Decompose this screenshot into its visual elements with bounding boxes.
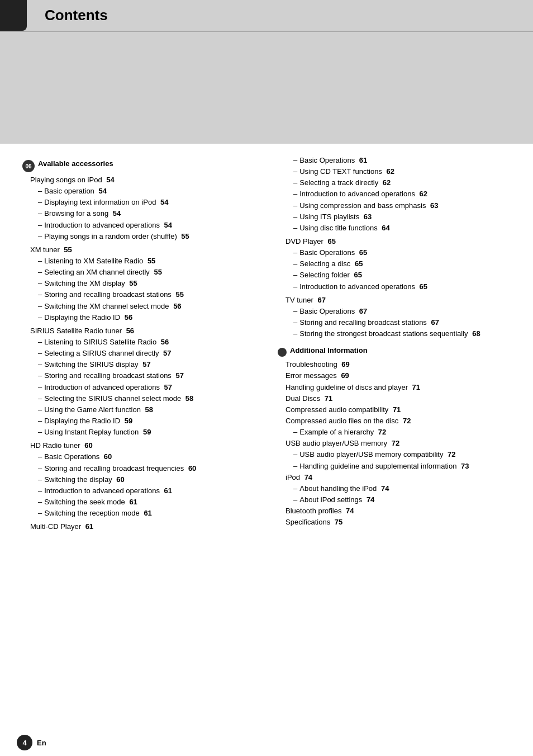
list-item: –Switching the XM display 55 [22,278,255,289]
list-item: –Listening to XM Satellite Radio 55 [22,256,255,267]
list-item: XM tuner 55 [22,244,255,256]
list-item: Handling guideline of discs and player 7… [278,382,511,393]
list-item: Compressed audio files on the disc 72 [278,415,511,427]
list-item: –Using ITS playlists 63 [278,211,511,223]
footer-page-number: 4 [17,735,32,750]
list-item: –Using the Game Alert function 58 [22,404,255,415]
list-item: –Storing and recalling broadcast station… [278,317,511,328]
list-item: –Storing the strongest broadcast station… [278,328,511,339]
list-item: Dual Discs 71 [278,393,511,404]
list-item: iPod 74 [278,472,511,483]
section-icon-filled [278,348,287,357]
list-item: –Storing and recalling broadcast frequen… [22,463,255,474]
list-item: –Basic operation 54 [22,186,255,197]
list-item: USB audio player/USB memory 72 [278,438,511,449]
list-item: –Introduction of advanced operations 57 [22,382,255,393]
list-item: Bluetooth profiles 74 [278,505,511,517]
list-item: –Storing and recalling broadcast station… [22,370,255,381]
list-item: –USB audio player/USB memory compatibili… [278,449,511,460]
list-item: –Handling guideline and supplemental inf… [278,461,511,472]
list-item: –Introduction to advanced operations 54 [22,220,255,231]
list-item: DVD Player 65 [278,236,511,247]
list-item: TV tuner 67 [278,295,511,306]
list-item: –Using compression and bass emphasis 63 [278,200,511,211]
list-item: –Switching the reception mode 61 [22,508,255,519]
list-item: SIRIUS Satellite Radio tuner 56 [22,325,255,337]
list-item: –Switching the display 60 [22,474,255,485]
list-item: –Selecting a disc 65 [278,258,511,270]
section-icon-06: 06 [22,160,35,172]
page-title: Contents [45,7,108,24]
list-item: –Listening to SIRIUS Satellite Radio 56 [22,337,255,348]
list-item: –Selecting an XM channel directly 55 [22,267,255,278]
gray-area [0,32,533,144]
list-item: –Storing and recalling broadcast station… [22,289,255,300]
list-item: –About handling the iPod 74 [278,483,511,494]
section-additional-title: Additional Information [290,346,368,355]
section-available-accessories-title: Available accessories [38,159,113,168]
list-item: Specifications 75 [278,517,511,528]
footer: 4 En [0,735,533,750]
list-item: –Displaying the Radio ID 59 [22,415,255,427]
header: Contents [0,0,533,32]
list-item: –Browsing for a song 54 [22,208,255,219]
list-item: Multi-CD Player 61 [22,521,255,532]
list-item: –Basic Operations 65 [278,247,511,258]
list-item: –Basic Operations 61 [278,155,511,166]
list-item: –Introduction to advanced operations 65 [278,281,511,292]
list-item: –Introduction to advanced operations 62 [278,188,511,200]
list-item: Compressed audio compatibility 71 [278,404,511,415]
section-additional-information-header: Additional Information [278,346,511,357]
list-item: –Selecting a track directly 62 [278,177,511,188]
list-item: –Basic Operations 67 [278,306,511,317]
list-item: –Using CD TEXT functions 62 [278,166,511,177]
header-black-tab [0,0,27,31]
list-item: –Displaying text information on iPod 54 [22,197,255,208]
list-item: –Playing songs in a random order (shuffl… [22,231,255,242]
list-item: –Switching the SIRIUS display 57 [22,359,255,370]
list-item: –Selecting folder 65 [278,270,511,281]
list-item: –Displaying the Radio ID 56 [22,312,255,323]
list-item: HD Radio tuner 60 [22,440,255,451]
list-item: Playing songs on iPod 54 [22,174,255,186]
list-item: –Using Instant Replay function 59 [22,427,255,438]
list-item: –Example of a hierarchy 72 [278,427,511,438]
main-content: 06 Available accessories Playing songs o… [0,144,533,544]
list-item: –Switching the XM channel select mode 56 [22,301,255,312]
list-item: –Basic Operations 60 [22,451,255,462]
list-item: Error messages 69 [278,370,511,381]
list-item: Troubleshooting 69 [278,359,511,370]
page: Contents 06 Available accessories Playin… [0,0,533,756]
left-column: 06 Available accessories Playing songs o… [22,155,255,532]
list-item: –About iPod settings 74 [278,494,511,505]
footer-lang: En [37,739,46,747]
section-available-accessories-header: 06 Available accessories [22,159,255,172]
list-item: –Selecting the SIRIUS channel select mod… [22,393,255,404]
list-item: –Using disc title functions 64 [278,223,511,234]
right-column: –Basic Operations 61 –Using CD TEXT func… [278,155,511,532]
list-item: –Switching the seek mode 61 [22,497,255,508]
list-item: –Selecting a SIRIUS channel directly 57 [22,348,255,359]
list-item: –Introduction to advanced operations 61 [22,485,255,497]
